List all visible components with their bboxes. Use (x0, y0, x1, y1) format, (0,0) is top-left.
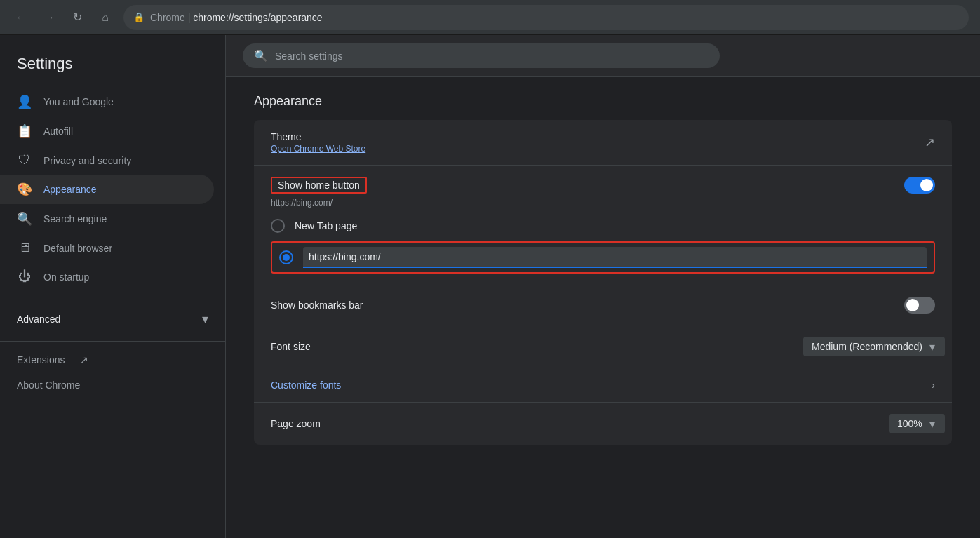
shield-icon: 🛡 (17, 153, 32, 168)
show-home-toggle[interactable] (904, 177, 935, 194)
radio-new-tab[interactable]: New Tab page (271, 219, 935, 233)
external-icon: ↗ (925, 135, 935, 150)
settings-card: Theme Open Chrome Web Store ↗ Show home … (254, 120, 952, 445)
sidebar-item-you-and-google[interactable]: 👤 You and Google (0, 87, 214, 116)
address-text: Chrome | chrome://settings/appearance (150, 12, 323, 23)
startup-icon: ⏻ (17, 269, 32, 284)
search-bar: 🔍 (243, 43, 720, 68)
browser-icon: 🖥 (17, 241, 32, 255)
radio-options: New Tab page (271, 219, 935, 274)
search-bar-wrap: 🔍 (226, 35, 980, 77)
lock-icon: 🔒 (133, 12, 145, 22)
extensions-label: Extensions (17, 354, 65, 365)
chevron-down-icon: ▾ (202, 311, 208, 327)
advanced-label: Advanced (17, 314, 60, 325)
bookmarks-label: Show bookmarks bar (271, 300, 363, 311)
paint-icon: 🎨 (17, 182, 32, 197)
search-input[interactable] (275, 51, 709, 62)
customize-row[interactable]: Customize fonts › (254, 368, 952, 403)
show-home-sub: https://bing.com/ (271, 198, 935, 208)
sidebar-label-you: You and Google (43, 96, 114, 107)
sidebar-advanced[interactable]: Advanced ▾ (0, 303, 225, 335)
sidebar-label-privacy: Privacy and security (43, 155, 131, 166)
sidebar-item-default-browser[interactable]: 🖥 Default browser (0, 234, 214, 262)
url-input[interactable] (303, 247, 927, 268)
sidebar-label-startup: On startup (43, 271, 89, 283)
sidebar-title: Settings (0, 49, 225, 87)
toggle-track[interactable] (904, 177, 935, 194)
zoom-select-wrap: 75% 90% 100% 110% 125% 150% 175% 200% ▾ (889, 414, 935, 433)
show-home-section: Show home button https://bing.com/ (254, 166, 952, 285)
bookmarks-toggle-track[interactable] (904, 297, 935, 314)
font-select-wrap: Very small Small Medium (Recommended) La… (803, 337, 935, 356)
toggle-thumb (920, 179, 933, 191)
main-content: 🔍 Appearance Theme Open Chrome Web Store… (226, 35, 980, 538)
radio-circle-url[interactable] (279, 250, 293, 264)
sidebar-divider (0, 297, 225, 297)
back-button[interactable]: ← (11, 8, 31, 27)
url-path: chrome://settings/appearance (193, 12, 322, 23)
sidebar-label-search: Search engine (43, 213, 107, 224)
show-home-header: Show home button (271, 177, 935, 194)
sidebar: Settings 👤 You and Google 📋 Autofill 🛡 P… (0, 35, 226, 538)
show-home-title-box: Show home button (271, 177, 367, 194)
font-label: Font size (271, 341, 311, 352)
home-button[interactable]: ⌂ (95, 8, 115, 27)
sidebar-item-privacy[interactable]: 🛡 Privacy and security (0, 146, 214, 175)
browser-bar: ← → ↻ ⌂ 🔒 Chrome | chrome://settings/app… (0, 0, 980, 35)
site-name: Chrome (150, 12, 185, 23)
bookmarks-row: Show bookmarks bar (254, 285, 952, 325)
theme-link[interactable]: Open Chrome Web Store (271, 144, 365, 154)
sidebar-label-autofill: Autofill (43, 126, 73, 137)
sidebar-label-appearance: Appearance (43, 184, 97, 195)
person-icon: 👤 (17, 94, 32, 109)
new-tab-label: New Tab page (295, 220, 357, 231)
about-label: About Chrome (17, 379, 80, 391)
search-icon: 🔍 (254, 49, 268, 62)
reload-button[interactable]: ↻ (67, 8, 87, 27)
radio-circle-new-tab[interactable] (271, 219, 285, 233)
font-select[interactable]: Very small Small Medium (Recommended) La… (803, 337, 945, 356)
chevron-right-icon: › (932, 379, 935, 391)
show-home-title: Show home button (278, 180, 360, 191)
zoom-label: Page zoom (271, 418, 321, 429)
sidebar-item-about[interactable]: About Chrome (0, 372, 225, 398)
content-area: Appearance Theme Open Chrome Web Store ↗… (226, 77, 980, 473)
forward-button[interactable]: → (39, 8, 59, 27)
sidebar-item-appearance[interactable]: 🎨 Appearance (0, 175, 214, 204)
section-title: Appearance (254, 94, 952, 109)
bookmarks-toggle-thumb (906, 299, 919, 311)
sidebar-label-default: Default browser (43, 243, 112, 254)
zoom-select[interactable]: 75% 90% 100% 110% 125% 150% 175% 200% (889, 414, 945, 433)
sidebar-item-on-startup[interactable]: ⏻ On startup (0, 262, 214, 291)
search-icon: 🔍 (17, 211, 32, 227)
customize-label: Customize fonts (271, 379, 341, 391)
zoom-row: Page zoom 75% 90% 100% 110% 125% 150% 17… (254, 403, 952, 445)
theme-title: Theme (271, 131, 365, 142)
sidebar-item-extensions[interactable]: Extensions ↗ (0, 347, 225, 372)
theme-left: Theme Open Chrome Web Store (271, 131, 365, 154)
bookmarks-toggle[interactable] (904, 297, 935, 314)
theme-row: Theme Open Chrome Web Store ↗ (254, 120, 952, 166)
sidebar-item-autofill[interactable]: 📋 Autofill (0, 116, 214, 146)
sidebar-divider-2 (0, 341, 225, 342)
sidebar-item-search-engine[interactable]: 🔍 Search engine (0, 204, 214, 234)
address-bar[interactable]: 🔒 Chrome | chrome://settings/appearance (123, 5, 969, 30)
app-layout: Settings 👤 You and Google 📋 Autofill 🛡 P… (0, 35, 980, 538)
external-link-icon: ↗ (80, 354, 88, 365)
autofill-icon: 📋 (17, 123, 32, 139)
url-input-row (271, 241, 935, 274)
font-row: Font size Very small Small Medium (Recom… (254, 325, 952, 368)
